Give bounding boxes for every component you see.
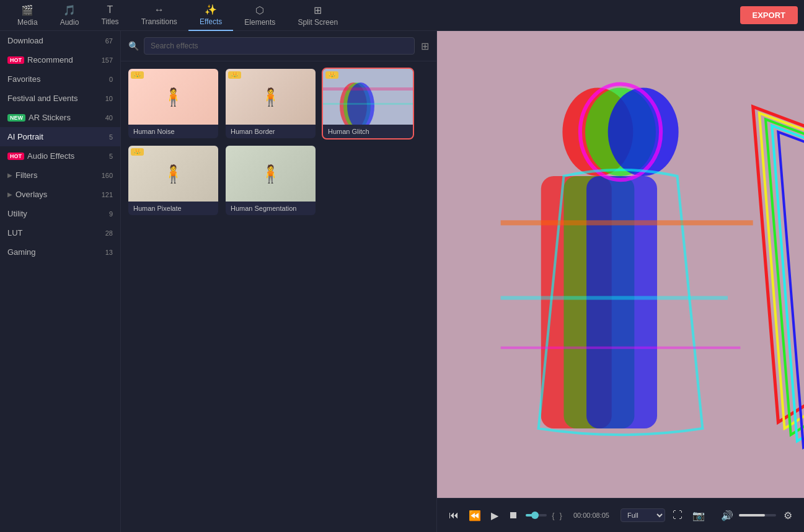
audio-icon: 🎵 — [63, 4, 76, 16]
effect-card-human-border[interactable]: 👑 🧍 Human Border — [226, 69, 316, 138]
fullscreen-button[interactable]: ⛶ — [670, 507, 685, 523]
grid-toggle-button[interactable]: ⊞ — [421, 40, 429, 52]
effects-panel: 🔍 ⊞ 👑 🧍 Human Noise 👑 🧍 Human Border — [121, 31, 437, 532]
sidebar-item-festival[interactable]: Festival and Events 10 — [0, 89, 120, 108]
volume-bar[interactable] — [739, 514, 776, 516]
recommend-hot-tag: HOT — [7, 56, 24, 64]
sidebar-download-label: Download — [7, 36, 43, 45]
sidebar-gaming-count: 13 — [105, 249, 113, 256]
overlays-arrow-icon: ▶ — [7, 191, 12, 198]
sidebar-item-filters[interactable]: ▶ Filters 160 — [0, 166, 120, 185]
search-bar: 🔍 ⊞ — [121, 31, 436, 61]
skip-back-button[interactable]: ⏮ — [446, 507, 461, 523]
sidebar-lut-count: 28 — [105, 229, 113, 237]
nav-splitscreen-label: Split Screen — [298, 18, 338, 27]
sidebar-overlays-count: 121 — [102, 191, 113, 198]
sidebar-festival-count: 10 — [105, 95, 113, 102]
effect-label-human-segmentation: Human Segmentation — [226, 202, 316, 215]
preview-svg — [437, 31, 804, 498]
quality-select[interactable]: Full Half Quarter — [621, 508, 665, 522]
svg-rect-12 — [586, 176, 657, 428]
effect-thumb-human-border: 👑 🧍 — [226, 69, 316, 125]
nav-titles[interactable]: T Titles — [90, 0, 130, 31]
svg-rect-15 — [501, 296, 728, 299]
settings-button[interactable]: ⚙ — [781, 507, 795, 524]
sidebar-item-aiportrait[interactable]: AI Portrait 5 — [0, 127, 120, 146]
progress-bar[interactable] — [526, 514, 547, 516]
effect-label-human-noise: Human Noise — [128, 125, 218, 138]
sidebar-festival-label: Festival and Events — [7, 94, 77, 103]
effect-label-human-glitch: Human Glitch — [323, 125, 413, 138]
splitscreen-icon: ⊞ — [314, 4, 322, 16]
svg-rect-14 — [501, 220, 753, 225]
volume-group: 🔊 — [718, 507, 776, 524]
nav-transitions-label: Transitions — [141, 17, 177, 26]
search-input[interactable] — [144, 37, 415, 55]
nav-media[interactable]: 🎬 Media — [6, 0, 49, 31]
nav-elements[interactable]: ⬡ Elements — [233, 0, 286, 31]
sidebar-filters-label: Filters — [15, 171, 37, 180]
sidebar-favorites-label: Favorites — [7, 74, 40, 84]
effects-icon: ✨ — [205, 4, 217, 16]
sidebar-favorites-count: 0 — [109, 76, 113, 83]
crown-badge: 👑 — [325, 71, 338, 79]
play-button[interactable]: ▶ — [488, 507, 501, 524]
effect-thumb-human-pixelate: 👑 🧍 — [128, 146, 218, 202]
sidebar-audioeffects-label: Audio Effects — [27, 151, 74, 161]
transitions-icon: ↔ — [154, 4, 164, 16]
sidebar-aiportrait-label: AI Portrait — [7, 132, 43, 141]
sidebar-item-recommend[interactable]: HOT Recommend 157 — [0, 50, 120, 69]
frame-back-button[interactable]: ⏪ — [466, 507, 484, 524]
effect-card-human-pixelate[interactable]: 👑 🧍 Human Pixelate — [128, 146, 218, 215]
arstickers-new-tag: NEW — [7, 114, 25, 122]
nav-splitscreen[interactable]: ⊞ Split Screen — [286, 0, 349, 31]
export-button[interactable]: EXPORT — [740, 6, 798, 24]
sidebar-item-gaming[interactable]: Gaming 13 — [0, 242, 120, 262]
sidebar-item-lut[interactable]: LUT 28 — [0, 223, 120, 242]
effect-thumb-human-glitch: 👑 — [323, 69, 413, 125]
sidebar-audioeffects-count: 5 — [109, 153, 113, 160]
crown-badge: 👑 — [131, 71, 144, 79]
effect-card-human-glitch[interactable]: 👑 Human Glitch — [323, 69, 413, 138]
volume-fill — [739, 514, 765, 516]
media-icon: 🎬 — [21, 4, 33, 16]
nav-effects-label: Effects — [200, 17, 222, 26]
titles-icon: T — [107, 4, 113, 16]
quality-group: Full Half Quarter — [621, 508, 665, 522]
out-point-button[interactable]: } — [560, 511, 562, 520]
svg-rect-16 — [501, 347, 741, 349]
preview-controls: ⏮ ⏪ ▶ ⏹ { } 00:00:08:05 Full Half Quarte… — [437, 498, 804, 532]
elements-icon: ⬡ — [255, 4, 264, 16]
top-nav: 🎬 Media 🎵 Audio T Titles ↔ Transitions ✨… — [0, 0, 804, 31]
stop-button[interactable]: ⏹ — [506, 507, 521, 523]
volume-button[interactable]: 🔊 — [718, 507, 736, 524]
sidebar-item-overlays[interactable]: ▶ Overlays 121 — [0, 185, 120, 204]
sidebar-download-count: 67 — [105, 37, 113, 45]
effect-card-human-noise[interactable]: 👑 🧍 Human Noise — [128, 69, 218, 138]
svg-rect-5 — [323, 103, 413, 105]
snapshot-button[interactable]: 📷 — [690, 507, 707, 524]
sidebar-item-utility[interactable]: Utility 9 — [0, 204, 120, 223]
sidebar-item-arstickers[interactable]: NEW AR Stickers 40 — [0, 108, 120, 127]
nav-transitions[interactable]: ↔ Transitions — [130, 0, 188, 31]
effects-grid: 👑 🧍 Human Noise 👑 🧍 Human Border 👑 — [121, 61, 436, 223]
audioeffects-hot-tag: HOT — [7, 153, 24, 160]
preview-canvas — [437, 31, 804, 498]
crown-badge: 👑 — [228, 71, 241, 79]
figure-human-segmentation: 🧍 — [226, 146, 316, 202]
preview-area: ⏮ ⏪ ▶ ⏹ { } 00:00:08:05 Full Half Quarte… — [437, 31, 804, 532]
sidebar-item-download[interactable]: Download 67 — [0, 31, 120, 50]
nav-audio[interactable]: 🎵 Audio — [49, 0, 91, 31]
effect-card-human-segmentation[interactable]: 🧍 Human Segmentation — [226, 146, 316, 215]
sidebar-utility-label: Utility — [7, 209, 27, 218]
sidebar-aiportrait-count: 5 — [109, 133, 113, 141]
time-display: 00:00:08:05 — [573, 512, 609, 519]
effect-label-human-pixelate: Human Pixelate — [128, 202, 218, 215]
nav-effects[interactable]: ✨ Effects — [188, 0, 233, 31]
sidebar-arstickers-label: AR Stickers — [29, 113, 71, 122]
in-point-button[interactable]: { — [552, 511, 554, 520]
sidebar-item-favorites[interactable]: Favorites 0 — [0, 69, 120, 89]
search-icon: 🔍 — [128, 41, 139, 51]
svg-rect-4 — [323, 87, 413, 91]
sidebar-item-audioeffects[interactable]: HOT Audio Effects 5 — [0, 146, 120, 166]
